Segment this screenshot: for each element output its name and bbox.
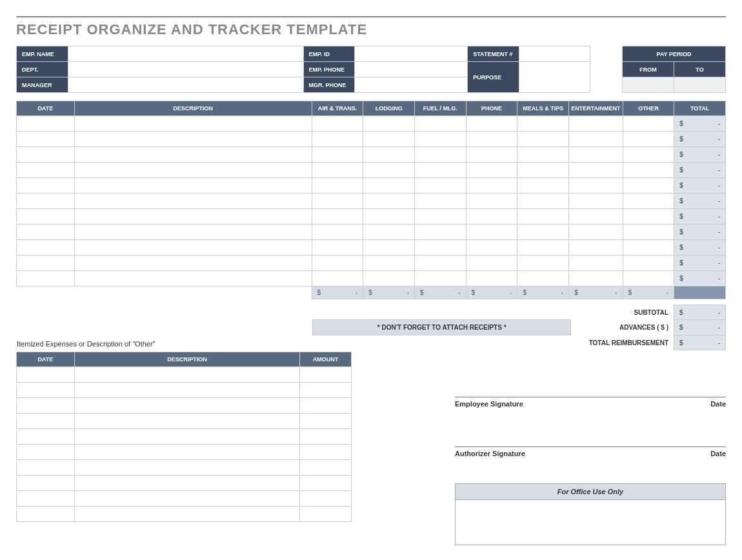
dept-field[interactable] xyxy=(68,62,303,77)
emp-name-field[interactable] xyxy=(68,46,303,62)
expense-cell[interactable] xyxy=(74,209,312,225)
expense-cell[interactable] xyxy=(17,163,75,178)
itemized-cell[interactable] xyxy=(300,383,352,398)
expense-cell[interactable] xyxy=(517,225,569,240)
expense-cell[interactable] xyxy=(363,271,415,286)
expense-cell[interactable] xyxy=(312,209,363,225)
itemized-cell[interactable] xyxy=(17,367,75,383)
expense-cell[interactable] xyxy=(17,147,75,163)
expense-cell[interactable] xyxy=(569,240,623,255)
expense-cell[interactable] xyxy=(466,116,517,132)
expense-cell[interactable] xyxy=(312,178,363,194)
expense-cell[interactable] xyxy=(623,178,674,194)
expense-cell[interactable] xyxy=(466,240,517,255)
expense-cell[interactable] xyxy=(312,147,363,163)
expense-cell[interactable] xyxy=(466,132,517,147)
expense-cell[interactable] xyxy=(517,255,569,271)
itemized-cell[interactable] xyxy=(300,506,352,522)
expense-cell[interactable] xyxy=(623,194,674,209)
manager-field[interactable] xyxy=(68,77,303,93)
expense-cell[interactable] xyxy=(363,225,415,240)
itemized-cell[interactable] xyxy=(74,460,299,475)
itemized-cell[interactable] xyxy=(17,383,75,398)
expense-cell[interactable] xyxy=(623,255,674,271)
expense-cell[interactable] xyxy=(74,163,312,178)
itemized-cell[interactable] xyxy=(17,429,75,445)
expense-cell[interactable] xyxy=(623,132,674,147)
expense-cell[interactable] xyxy=(623,209,674,225)
expense-cell[interactable] xyxy=(363,147,415,163)
expense-cell[interactable] xyxy=(569,147,623,163)
expense-cell[interactable] xyxy=(517,132,569,147)
expense-cell[interactable] xyxy=(17,240,75,255)
purpose-field[interactable] xyxy=(519,62,590,93)
itemized-cell[interactable] xyxy=(17,414,75,429)
expense-cell[interactable] xyxy=(363,132,415,147)
expense-cell[interactable] xyxy=(466,209,517,225)
expense-cell[interactable] xyxy=(415,132,466,147)
expense-cell[interactable] xyxy=(569,178,623,194)
expense-cell[interactable] xyxy=(17,271,75,286)
expense-cell[interactable] xyxy=(623,240,674,255)
itemized-cell[interactable] xyxy=(17,491,75,506)
expense-cell[interactable] xyxy=(415,240,466,255)
itemized-cell[interactable] xyxy=(17,475,75,491)
expense-cell[interactable] xyxy=(466,194,517,209)
itemized-cell[interactable] xyxy=(300,445,352,460)
itemized-cell[interactable] xyxy=(74,383,299,398)
expense-cell[interactable] xyxy=(517,147,569,163)
expense-cell[interactable] xyxy=(363,178,415,194)
expense-cell[interactable] xyxy=(74,116,312,132)
expense-cell[interactable] xyxy=(312,271,363,286)
expense-cell[interactable] xyxy=(517,209,569,225)
expense-cell[interactable] xyxy=(74,240,312,255)
expense-cell[interactable] xyxy=(415,255,466,271)
itemized-cell[interactable] xyxy=(74,398,299,414)
expense-cell[interactable] xyxy=(623,225,674,240)
itemized-cell[interactable] xyxy=(74,445,299,460)
expense-cell[interactable] xyxy=(415,225,466,240)
expense-cell[interactable] xyxy=(74,178,312,194)
from-field[interactable] xyxy=(623,77,674,93)
emp-phone-field[interactable] xyxy=(355,62,468,77)
expense-cell[interactable] xyxy=(569,194,623,209)
expense-cell[interactable] xyxy=(466,271,517,286)
itemized-cell[interactable] xyxy=(300,491,352,506)
expense-cell[interactable] xyxy=(569,163,623,178)
expense-cell[interactable] xyxy=(17,132,75,147)
expense-cell[interactable] xyxy=(312,255,363,271)
expense-cell[interactable] xyxy=(623,163,674,178)
itemized-cell[interactable] xyxy=(300,414,352,429)
expense-cell[interactable] xyxy=(517,178,569,194)
itemized-cell[interactable] xyxy=(300,398,352,414)
itemized-cell[interactable] xyxy=(300,367,352,383)
expense-cell[interactable] xyxy=(17,194,75,209)
expense-cell[interactable] xyxy=(415,209,466,225)
itemized-cell[interactable] xyxy=(74,414,299,429)
itemized-cell[interactable] xyxy=(17,398,75,414)
itemized-cell[interactable] xyxy=(17,460,75,475)
expense-cell[interactable] xyxy=(74,147,312,163)
expense-cell[interactable] xyxy=(415,271,466,286)
expense-cell[interactable] xyxy=(517,240,569,255)
expense-cell[interactable] xyxy=(517,163,569,178)
expense-cell[interactable] xyxy=(623,147,674,163)
expense-cell[interactable] xyxy=(312,163,363,178)
to-field[interactable] xyxy=(674,77,726,93)
expense-cell[interactable] xyxy=(517,194,569,209)
expense-cell[interactable] xyxy=(415,178,466,194)
expense-cell[interactable] xyxy=(569,225,623,240)
itemized-cell[interactable] xyxy=(74,475,299,491)
expense-cell[interactable] xyxy=(74,194,312,209)
expense-cell[interactable] xyxy=(74,255,312,271)
expense-cell[interactable] xyxy=(312,240,363,255)
expense-cell[interactable] xyxy=(312,225,363,240)
expense-cell[interactable] xyxy=(623,116,674,132)
expense-cell[interactable] xyxy=(569,271,623,286)
expense-cell[interactable] xyxy=(569,132,623,147)
expense-cell[interactable] xyxy=(466,255,517,271)
expense-cell[interactable] xyxy=(17,178,75,194)
itemized-cell[interactable] xyxy=(74,506,299,522)
itemized-cell[interactable] xyxy=(300,460,352,475)
expense-cell[interactable] xyxy=(17,116,75,132)
